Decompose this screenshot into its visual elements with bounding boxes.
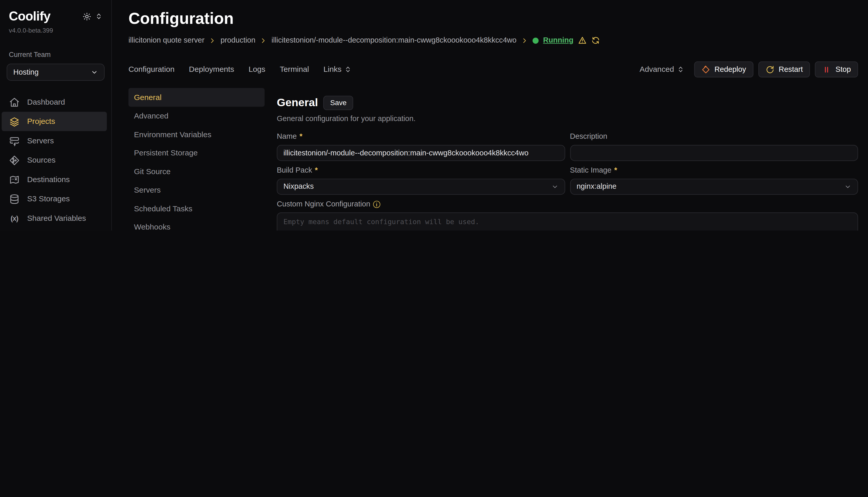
description-label: Description xyxy=(570,132,607,142)
header-actions: Advanced Redeploy Restart Stop xyxy=(639,61,858,78)
sidebar-item-projects[interactable]: Projects xyxy=(2,112,107,131)
sidebar: Coolify v4.0.0-beta.399 Current Team Hos… xyxy=(0,0,112,230)
variables-icon: (x) xyxy=(9,214,20,223)
team-select-value: Hosting xyxy=(13,68,39,77)
nginx-config-label: Custom Nginx Configuration xyxy=(277,199,370,209)
theme-select-chevrons-icon[interactable] xyxy=(95,13,102,20)
status-dot xyxy=(533,38,539,44)
tab-deployments[interactable]: Deployments xyxy=(189,65,234,75)
chevron-right-icon xyxy=(521,37,528,44)
warning-triangle-icon[interactable] xyxy=(578,36,587,45)
build-pack-label: Build Pack xyxy=(277,166,312,176)
chevron-down-icon xyxy=(844,183,851,190)
general-form: General Save General configuration for y… xyxy=(277,88,858,230)
layers-icon xyxy=(9,116,20,127)
tab-terminal[interactable]: Terminal xyxy=(280,65,309,75)
nginx-config-textarea[interactable] xyxy=(277,212,858,230)
breadcrumb-application[interactable]: illicitestonion/-module--decomposition:m… xyxy=(272,36,516,45)
chevron-down-icon xyxy=(91,69,98,76)
sidebar-item-s3-storages[interactable]: S3 Storages xyxy=(0,189,111,209)
subnav-item-git-source[interactable]: Git Source xyxy=(128,162,265,181)
status-running-link[interactable]: Running xyxy=(543,36,573,45)
sidebar-nav: Dashboard Projects Servers Sources Desti… xyxy=(0,93,111,230)
coolify-app: Coolify v4.0.0-beta.399 Current Team Hos… xyxy=(0,0,868,230)
description-input[interactable] xyxy=(570,145,858,161)
sidebar-item-dashboard[interactable]: Dashboard xyxy=(0,93,111,112)
name-label: Name xyxy=(277,132,297,142)
section-subtitle: General configuration for your applicati… xyxy=(277,114,858,124)
theme-sun-icon[interactable] xyxy=(82,12,91,21)
redeploy-button[interactable]: Redeploy xyxy=(694,61,753,78)
stop-button[interactable]: Stop xyxy=(815,61,858,78)
database-icon xyxy=(9,194,20,205)
tab-logs[interactable]: Logs xyxy=(248,65,265,75)
stop-pause-icon xyxy=(822,65,831,74)
app-logo: Coolify xyxy=(9,8,51,25)
subnav-item-servers[interactable]: Servers xyxy=(128,181,265,199)
team-select[interactable]: Hosting xyxy=(7,64,105,81)
restart-button[interactable]: Restart xyxy=(758,61,810,78)
tab-configuration[interactable]: Configuration xyxy=(128,65,175,75)
restart-icon xyxy=(765,65,774,74)
tab-links[interactable]: Links xyxy=(323,65,352,75)
static-image-select[interactable]: nginx:alpine xyxy=(570,179,858,195)
sidebar-item-sources[interactable]: Sources xyxy=(0,151,111,170)
subnav-item-persistent-storage[interactable]: Persistent Storage xyxy=(128,144,265,162)
subnav-item-advanced[interactable]: Advanced xyxy=(128,107,265,125)
name-input[interactable] xyxy=(277,145,565,161)
chevrons-up-down-icon xyxy=(677,66,684,73)
chevron-right-icon xyxy=(260,37,267,44)
redeploy-icon xyxy=(701,65,710,74)
current-team-label: Current Team xyxy=(0,50,111,59)
sidebar-item-servers[interactable]: Servers xyxy=(0,131,111,151)
static-image-label: Static Image xyxy=(570,166,611,176)
home-icon xyxy=(9,97,20,108)
subnav-item-general[interactable]: General xyxy=(128,88,265,107)
sidebar-item-notifications[interactable]: Notifications xyxy=(0,228,111,230)
map-icon xyxy=(9,174,20,185)
sidebar-item-shared-variables[interactable]: (x) Shared Variables xyxy=(0,209,111,228)
chevron-down-icon xyxy=(551,183,558,190)
server-icon xyxy=(9,136,20,146)
build-pack-select[interactable]: Nixpacks xyxy=(277,179,565,195)
breadcrumb-environment[interactable]: production xyxy=(220,36,256,45)
info-icon xyxy=(373,201,380,208)
main-area: Configuration illicitonion quote server … xyxy=(112,0,868,230)
breadcrumb: illicitonion quote server production ill… xyxy=(128,36,858,45)
page-title: Configuration xyxy=(128,8,858,29)
section-title-general: General xyxy=(277,95,318,110)
git-icon xyxy=(9,155,20,166)
tabs-row: Configuration Deployments Logs Terminal … xyxy=(128,61,858,78)
chevron-right-icon xyxy=(209,37,216,44)
subnav-item-webhooks[interactable]: Webhooks xyxy=(128,218,265,230)
settings-subnav: General Advanced Environment Variables P… xyxy=(128,88,265,230)
subnav-item-environment-variables[interactable]: Environment Variables xyxy=(128,125,265,144)
sidebar-item-destinations[interactable]: Destinations xyxy=(0,170,111,189)
app-version: v4.0.0-beta.399 xyxy=(0,27,111,35)
subnav-item-scheduled-tasks[interactable]: Scheduled Tasks xyxy=(128,199,265,218)
save-button[interactable]: Save xyxy=(323,96,354,110)
advanced-menu[interactable]: Advanced xyxy=(639,65,684,75)
breadcrumb-project[interactable]: illicitonion quote server xyxy=(128,36,204,45)
chevrons-up-down-icon xyxy=(344,66,352,73)
refresh-icon[interactable] xyxy=(591,36,600,45)
